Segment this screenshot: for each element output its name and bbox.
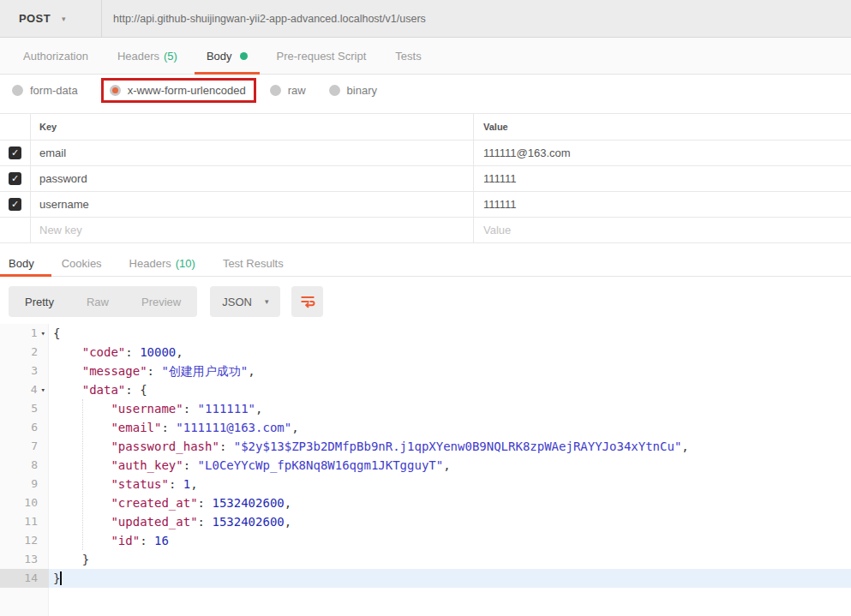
checkbox-cell: ✓ <box>0 166 31 191</box>
tab-label: Authorization <box>23 50 88 63</box>
checkbox-cell <box>0 218 31 242</box>
text-cursor <box>60 571 62 585</box>
language-dropdown[interactable]: JSON ▾ <box>210 286 280 317</box>
tab-count-badge: (10) <box>176 257 195 270</box>
fold-toggle-icon[interactable]: ▾ <box>41 380 45 399</box>
value-cell[interactable]: 111111 <box>474 192 851 217</box>
view-mode-preview[interactable]: Preview <box>125 286 197 317</box>
radio-icon <box>110 85 121 96</box>
code-line: 4▾ "data": { <box>0 380 851 399</box>
api-client-window: POST ▾ http://api.github-shuijingwan-yii… <box>0 0 851 616</box>
chevron-down-icon: ▾ <box>265 297 269 306</box>
radio-icon <box>329 85 340 96</box>
line-number: 12 <box>0 531 49 550</box>
code-line: 3 "message": "创建用户成功", <box>0 362 851 380</box>
line-number: 8 <box>0 456 49 475</box>
wrap-text-button[interactable] <box>291 286 323 317</box>
line-number: 7 <box>0 437 49 456</box>
request-tab-body[interactable]: Body <box>192 38 262 74</box>
tab-label: Pre-request Script <box>277 50 367 63</box>
code-line: 7 "password_hash": "$2y$13$ZP3b2DMfpBb9n… <box>0 437 851 456</box>
tab-count-badge: (5) <box>164 50 177 63</box>
code-line: 1▾{ <box>0 324 851 343</box>
code-lines: 1▾{2 "code": 10000,3 "message": "创建用户成功"… <box>0 324 851 588</box>
response-view-controls: PrettyRawPreview JSON ▾ <box>0 286 851 317</box>
request-tab-pre-request-script[interactable]: Pre-request Script <box>262 38 381 74</box>
key-cell[interactable]: username <box>31 192 474 217</box>
view-mode-raw[interactable]: Raw <box>70 286 125 317</box>
request-tab-headers[interactable]: Headers(5) <box>103 38 192 74</box>
code-line-text: "updated_at": 1532402600, <box>49 512 851 531</box>
url-input[interactable]: http://api.github-shuijingwan-yii2-app-a… <box>102 0 851 37</box>
table-row: ✓email111111@163.com <box>0 141 851 166</box>
key-cell[interactable]: password <box>31 166 474 191</box>
code-line-text: "password_hash": "$2y$13$ZP3b2DMfpBb9nR.… <box>49 437 851 456</box>
body-type-option-raw[interactable]: raw <box>270 84 306 97</box>
word-wrap-icon <box>299 293 316 310</box>
code-line-text: } <box>49 569 851 588</box>
body-type-selector: form-datax-www-form-urlencodedrawbinary <box>0 75 851 106</box>
response-tab-body[interactable]: Body <box>9 250 48 276</box>
request-tab-authorization[interactable]: Authorization <box>9 38 103 74</box>
line-number: 6 <box>0 418 49 437</box>
code-line-text: { <box>49 324 851 343</box>
view-mode-pretty[interactable]: Pretty <box>9 286 70 317</box>
new-value-placeholder: Value <box>483 224 511 236</box>
tab-label: Tests <box>395 50 421 63</box>
line-number: 5 <box>0 399 49 418</box>
radio-icon <box>270 85 281 96</box>
row-checkbox[interactable]: ✓ <box>9 172 21 185</box>
code-line-text: "email": "111111@163.com", <box>49 418 851 437</box>
code-line: 10 "created_at": 1532402600, <box>0 493 851 512</box>
tab-label: Test Results <box>223 257 284 270</box>
view-mode-group: PrettyRawPreview <box>9 286 197 317</box>
method-dropdown[interactable]: POST ▾ <box>0 0 102 37</box>
code-line: 13 } <box>0 550 851 569</box>
column-header-value: Value <box>474 114 851 140</box>
tab-label: Body <box>9 257 34 270</box>
code-line-text: "data": { <box>49 380 851 399</box>
tab-label: Headers <box>129 257 171 270</box>
language-label: JSON <box>222 296 252 308</box>
line-number: 14 <box>0 569 49 588</box>
chevron-down-icon: ▾ <box>62 15 66 23</box>
new-value-input[interactable]: Value <box>474 218 851 242</box>
column-header-key: Key <box>31 114 474 140</box>
code-line: 5 "username": "111111", <box>0 399 851 418</box>
code-line-text: "code": 10000, <box>49 343 851 362</box>
response-tabs: BodyCookiesHeaders(10)Test Results <box>0 250 851 277</box>
row-checkbox[interactable]: ✓ <box>9 198 21 211</box>
request-tabs: AuthorizationHeaders(5)BodyPre-request S… <box>0 38 851 75</box>
line-number: 4▾ <box>0 380 49 399</box>
checkbox-cell: ✓ <box>0 192 31 217</box>
request-tab-tests[interactable]: Tests <box>381 38 435 74</box>
value-cell[interactable]: 111111 <box>474 166 851 191</box>
response-tab-cookies[interactable]: Cookies <box>48 250 116 276</box>
new-key-input[interactable]: New key <box>31 218 474 242</box>
radio-label: raw <box>288 84 306 97</box>
response-body-editor[interactable]: 1▾{2 "code": 10000,3 "message": "创建用户成功"… <box>0 324 851 616</box>
radio-icon <box>12 85 23 96</box>
row-checkbox[interactable]: ✓ <box>9 147 21 159</box>
new-key-placeholder: New key <box>39 224 82 236</box>
fold-toggle-icon[interactable]: ▾ <box>41 324 45 343</box>
body-type-option-x-www-form-urlencoded[interactable]: x-www-form-urlencoded <box>110 84 246 97</box>
radio-label: binary <box>347 84 377 97</box>
code-line: 11 "updated_at": 1532402600, <box>0 512 851 531</box>
code-line: 6 "email": "111111@163.com", <box>0 418 851 437</box>
code-line-text: "message": "创建用户成功", <box>49 362 851 380</box>
line-number: 9 <box>0 475 49 493</box>
radio-label: x-www-form-urlencoded <box>128 84 246 97</box>
body-type-option-form-data[interactable]: form-data <box>12 84 78 97</box>
annotation-highlight-box: x-www-form-urlencoded <box>101 78 256 103</box>
value-cell[interactable]: 111111@163.com <box>474 141 851 165</box>
request-bar: POST ▾ http://api.github-shuijingwan-yii… <box>0 0 851 38</box>
code-line-text: "auth_key": "L0CeYYcWp_fpK8Nq8W16qgm1JKT… <box>49 456 851 475</box>
radio-label: form-data <box>30 84 78 97</box>
response-tab-headers[interactable]: Headers(10) <box>116 250 209 276</box>
response-tab-test-results[interactable]: Test Results <box>209 250 297 276</box>
code-line-text: "username": "111111", <box>49 399 851 418</box>
code-line-text: } <box>49 550 851 569</box>
key-cell[interactable]: email <box>31 141 474 165</box>
body-type-option-binary[interactable]: binary <box>329 84 377 97</box>
